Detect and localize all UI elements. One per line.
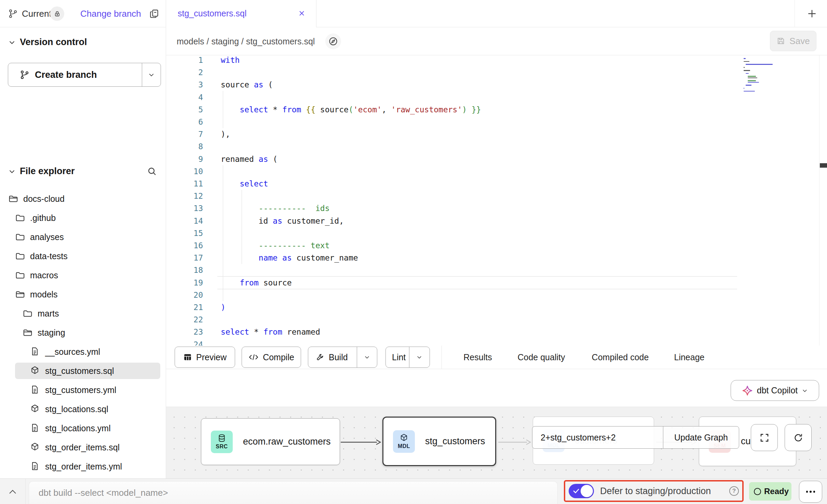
tab-compiled-code[interactable]: Compiled code: [592, 346, 649, 369]
folder-open-icon: [15, 289, 25, 299]
tab-stg-customers-sql[interactable]: stg_customers.sql: [166, 0, 316, 27]
create-branch-main[interactable]: Create branch: [8, 63, 142, 86]
file-tree-item--sources-yml[interactable]: __sources.yml: [0, 342, 161, 361]
badge-label: SRC: [216, 444, 228, 450]
file-tree-item-stg-locations-sql[interactable]: stg_locations.sql: [0, 400, 161, 419]
tab-code-quality[interactable]: Code quality: [518, 346, 565, 369]
code-line-15[interactable]: 15: [166, 227, 827, 240]
code-line-4[interactable]: 4: [166, 91, 827, 104]
model-badge: MDL: [393, 430, 415, 453]
code-line-8[interactable]: 8: [166, 140, 827, 153]
line-number: 16: [166, 239, 203, 252]
lineage-canvas[interactable]: SRC ecom.raw_customers MDL stg_customers: [166, 407, 827, 478]
code-line-11[interactable]: 11 select: [166, 178, 827, 190]
file-tree-item-stg-order-items-sql[interactable]: stg_order_items.sql: [0, 438, 161, 457]
file-tree-item-stg-locations-yml[interactable]: stg_locations.yml: [0, 419, 161, 438]
line-number: 19: [166, 277, 203, 289]
code-line-14[interactable]: 14 id as customer_id,: [166, 215, 827, 227]
code-line-3[interactable]: 3source as (: [166, 79, 827, 91]
compile-button[interactable]: Compile: [242, 347, 301, 368]
file-tree-item-stg-customers-yml[interactable]: stg_customers.yml: [0, 380, 161, 400]
more-options-button[interactable]: [799, 481, 822, 503]
preview-button[interactable]: Preview: [175, 347, 235, 368]
node-label: stg_customers: [425, 436, 485, 447]
tab-lineage[interactable]: Lineage: [674, 346, 705, 369]
file-explorer-header[interactable]: File explorer: [0, 162, 166, 181]
command-input[interactable]: dbt build --select <model_name>: [29, 481, 558, 504]
change-branch-link[interactable]: Change branch: [80, 0, 141, 27]
build-button[interactable]: Build: [308, 347, 377, 368]
code-line-16[interactable]: 16 ---------- text: [166, 239, 827, 252]
new-tab-button[interactable]: [801, 4, 823, 23]
model-icon: [30, 404, 40, 414]
line-content: id as customer_id,: [221, 215, 344, 227]
file-tree-item-stg-order-items-yml[interactable]: stg_order_items.yml: [0, 457, 161, 476]
code-editor[interactable]: 1with23source as (45 select * from {{ so…: [166, 55, 827, 346]
lineage-node-stg-customers[interactable]: MDL stg_customers: [382, 417, 496, 466]
file-tree-item-models[interactable]: models: [0, 285, 161, 304]
breadcrumb: models / staging / stg_customers.sql: [177, 27, 315, 55]
code-line-13[interactable]: 13 ---------- ids: [166, 202, 827, 215]
update-graph-button[interactable]: Update Graph: [663, 426, 739, 448]
lint-dropdown[interactable]: [409, 347, 430, 367]
fullscreen-icon: [759, 433, 770, 443]
code-line-5[interactable]: 5 select * from {{ source('ecom', 'raw_c…: [166, 103, 827, 116]
file-tree-item-marts[interactable]: marts: [0, 304, 161, 323]
help-icon[interactable]: ?: [729, 486, 739, 496]
code-line-12[interactable]: 12: [166, 190, 827, 202]
code-line-22[interactable]: 22: [166, 313, 827, 326]
file-tree-item-data-tests[interactable]: data-tests: [0, 247, 161, 266]
build-dropdown[interactable]: [357, 347, 377, 367]
explore-chip[interactable]: [325, 33, 341, 49]
fullscreen-button[interactable]: [751, 424, 778, 451]
code-line-20[interactable]: 20: [166, 289, 827, 302]
code-line-24[interactable]: 24: [166, 338, 827, 346]
refresh-button[interactable]: [785, 424, 812, 451]
code-line-9[interactable]: 9renamed as (: [166, 153, 827, 166]
code-line-17[interactable]: 17 name as customer_name: [166, 252, 827, 264]
close-icon[interactable]: [298, 9, 306, 17]
status-ring-icon: [754, 488, 761, 495]
version-control-header[interactable]: Version control: [0, 32, 166, 52]
code-line-1[interactable]: 1with: [166, 55, 827, 67]
code-line-19[interactable]: 19 from source: [166, 277, 827, 289]
file-tree-item-stg-customers-sql[interactable]: stg_customers.sql: [0, 361, 161, 380]
toggle-knob: [581, 485, 593, 497]
file-tree-item-staging[interactable]: staging: [0, 323, 161, 342]
file-tree-item-analyses[interactable]: analyses: [0, 227, 161, 247]
create-branch-dropdown[interactable]: [142, 63, 161, 86]
chevron-down-icon: [364, 354, 370, 360]
code-line-21[interactable]: 21): [166, 301, 827, 314]
file-tree-item-docs-cloud[interactable]: docs-cloud: [0, 189, 161, 208]
save-button[interactable]: Save: [770, 31, 816, 51]
lint-button[interactable]: Lint: [385, 347, 430, 368]
compass-icon: [328, 37, 338, 46]
code-line-2[interactable]: 2: [166, 66, 827, 79]
dbt-copilot-button[interactable]: dbt Copilot: [731, 380, 819, 401]
editor-minimap[interactable]: [744, 58, 788, 99]
tab-results[interactable]: Results: [463, 346, 492, 369]
search-icon[interactable]: [147, 166, 157, 177]
line-number: 20: [166, 289, 203, 302]
lineage-selector-input[interactable]: 2+stg_customers+2: [532, 426, 663, 448]
create-branch-button[interactable]: Create branch: [8, 63, 161, 87]
editor-scrollbar-marker[interactable]: [820, 163, 827, 168]
code-line-6[interactable]: 6: [166, 116, 827, 128]
file-tree-item--github[interactable]: .github: [0, 208, 161, 227]
breadcrumb-row: models / staging / stg_customers.sql Sav…: [166, 27, 827, 55]
code-line-7[interactable]: 7),: [166, 128, 827, 141]
folder-icon: [15, 213, 25, 223]
copy-icon[interactable]: [149, 9, 159, 19]
file-tree-item-macros[interactable]: macros: [0, 266, 161, 285]
code-line-10[interactable]: 10: [166, 165, 827, 178]
line-number: 22: [166, 313, 203, 326]
code-line-18[interactable]: 18: [166, 264, 827, 277]
chevron-up-icon[interactable]: [8, 489, 17, 494]
folder-icon: [15, 251, 25, 261]
lineage-node-source[interactable]: SRC ecom.raw_customers: [201, 418, 340, 465]
code-line-23[interactable]: 23select * from renamed: [166, 326, 827, 338]
defer-toggle[interactable]: [569, 484, 594, 498]
version-control-title: Version control: [20, 32, 87, 52]
status-badge-ready[interactable]: Ready: [749, 482, 791, 501]
copilot-row: dbt Copilot: [166, 369, 827, 407]
